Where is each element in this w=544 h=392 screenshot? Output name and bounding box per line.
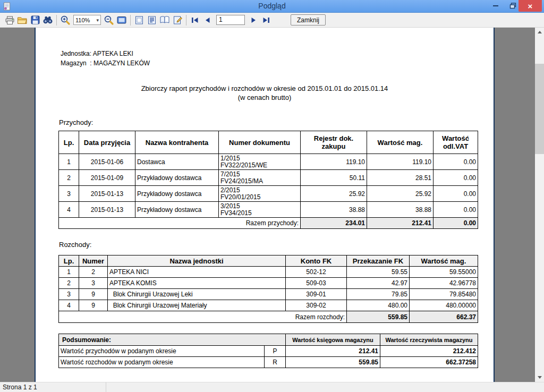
expense-row: 4 9 Blok Chirurgii Urazowej Materiały 30… [59, 300, 478, 311]
fit-screen-button[interactable] [115, 14, 128, 27]
income-header-contractor: Nazwa kontrahenta [135, 131, 219, 154]
previous-page-icon [203, 16, 212, 24]
report-title-line2: (w cenach brutto) [36, 93, 494, 101]
facing-pages-icon [159, 15, 170, 24]
cell-document: 2/2015 FV20/01/2015 [219, 186, 301, 202]
facing-pages-view-button[interactable] [158, 14, 171, 27]
open-button[interactable] [16, 14, 29, 27]
expense-header-unit: Nazwa jednostki [108, 255, 286, 267]
scroll-down-button[interactable] [535, 373, 544, 382]
cell-summary-real: 662.37258 [380, 357, 478, 368]
income-row: 1 2015-01-06 Dostawca 1/2015 FV322/2015/… [59, 154, 478, 170]
print-button[interactable] [3, 14, 16, 27]
expense-header-account: Konto FK [286, 255, 347, 267]
income-header-vat: Wartość odl.VAT [434, 131, 478, 154]
open-folder-icon [17, 16, 28, 24]
summary-row: Wartość przychodów w podanym okresie P 2… [59, 346, 478, 357]
cell-value: 119.10 [367, 154, 434, 170]
toolbar: 110% ▾ 1 [0, 13, 544, 28]
titlebar: Podgląd × [0, 0, 544, 13]
cell-lp: 4 [59, 300, 79, 311]
cell-value: 480.00000 [410, 300, 478, 311]
expense-total-transfer: 559.85 [347, 311, 410, 323]
cell-contractor: Przykładowy dostawca [135, 202, 219, 218]
minimize-button[interactable] [488, 0, 504, 12]
cell-account: 309-02 [286, 300, 347, 311]
cell-transfer: 42.97 [347, 278, 410, 289]
income-total-vat: 0.00 [434, 218, 478, 229]
cell-contractor: Przykładowy dostawca [135, 186, 219, 202]
income-row: 4 2015-01-13 Przykładowy dostawca 3/2015… [59, 202, 478, 218]
cell-document: 7/2015 FV24/2015/MA [219, 170, 301, 186]
close-preview-button[interactable]: Zamknij [291, 14, 326, 25]
cell-unit: Blok Chirurgii Urazowej Leki [108, 289, 286, 300]
find-button[interactable] [41, 14, 54, 27]
cell-transfer: 79.85 [347, 289, 410, 300]
window-title: Podgląd [0, 2, 544, 10]
income-section-label: Przychody: [59, 118, 93, 126]
cell-register: 25.92 [301, 186, 367, 202]
cell-account: 502-12 [286, 267, 347, 278]
page-width-view-button[interactable] [146, 14, 158, 27]
preview-window: Podgląd × 110% ▾ [0, 0, 544, 392]
income-row: 3 2015-01-13 Przykładowy dostawca 2/2015… [59, 186, 478, 202]
scroll-up-button[interactable] [535, 28, 544, 37]
cell-number: 9 [79, 300, 108, 311]
toolbar-separator [186, 15, 186, 25]
zoom-level-combobox[interactable]: 110% ▾ [73, 15, 101, 25]
next-page-icon [249, 16, 258, 24]
scrollbar-thumb[interactable] [535, 64, 544, 154]
income-total-value: 212.41 [367, 218, 434, 229]
report-warehouse-line: Magazyn : MAGAZYN LEKÓW [61, 59, 150, 67]
cell-transfer: 480.00 [347, 300, 410, 311]
cell-document: 3/2015 FV34/2015 [219, 202, 301, 218]
income-header-document: Numer dokumentu [219, 131, 301, 154]
binoculars-icon [42, 15, 53, 24]
cell-value: 38.88 [367, 202, 434, 218]
monitor-icon [116, 15, 127, 25]
zoom-out-button[interactable] [103, 14, 115, 27]
previous-page-button[interactable] [201, 14, 214, 27]
zoom-in-button[interactable] [59, 14, 72, 27]
first-page-button[interactable] [189, 14, 201, 27]
edit-page-icon [173, 15, 182, 25]
close-button[interactable]: × [518, 0, 542, 12]
cell-summary-real: 212.412 [380, 346, 478, 357]
page-setup-button[interactable] [171, 14, 184, 27]
expense-row: 2 3 APTEKA KOMIS 509-03 42.97 42.96778 [59, 278, 478, 289]
income-header-register: Rejestr dok. zakupu [301, 131, 367, 154]
vertical-scrollbar[interactable] [535, 28, 544, 382]
cell-lp: 2 [59, 170, 79, 186]
expense-row: 3 9 Blok Chirurgii Urazowej Leki 309-01 … [59, 289, 478, 300]
cell-number: 9 [79, 289, 108, 300]
income-header-date: Data przyjęcia [79, 131, 135, 154]
page-number-input[interactable]: 1 [216, 15, 245, 25]
expense-header-transfer: Przekazanie FK [347, 255, 410, 267]
cell-vat: 0.00 [434, 202, 478, 218]
cell-lp: 1 [59, 267, 79, 278]
save-button[interactable] [29, 14, 41, 27]
cell-summary-code: P [265, 346, 286, 357]
cell-register: 50.11 [301, 170, 367, 186]
income-total-label: Razem przychody: [59, 218, 301, 229]
chevron-down-icon: ▾ [96, 18, 99, 23]
expense-header-lp: Lp. [59, 255, 79, 267]
whole-page-view-button[interactable] [133, 14, 146, 27]
report-unit-line: Jednostka: APTEKA LEKI [61, 50, 133, 57]
whole-page-icon [134, 15, 144, 25]
cell-value: 42.96778 [410, 278, 478, 289]
cell-register: 119.10 [301, 154, 367, 170]
close-icon: × [528, 2, 533, 11]
income-total-row: Razem przychody: 234.01 212.41 0.00 [59, 218, 478, 229]
cell-summary-book: 212.41 [286, 346, 380, 357]
save-icon [31, 15, 40, 24]
cell-summary-label: Wartość przychodów w podanym okresie [59, 346, 265, 357]
last-page-button[interactable] [260, 14, 273, 27]
report-title-line1: Zbiorczy raport przychodów i rozchodów w… [36, 84, 494, 92]
cell-summary-book: 559.85 [286, 357, 380, 368]
cell-lp: 3 [59, 289, 79, 300]
page-status: Strona 1 z 1 [0, 382, 106, 392]
next-page-button[interactable] [247, 14, 260, 27]
expense-row: 1 2 APTEKA NICI 502-12 59.55 59.55000 [59, 267, 478, 278]
cell-lp: 1 [59, 154, 79, 170]
